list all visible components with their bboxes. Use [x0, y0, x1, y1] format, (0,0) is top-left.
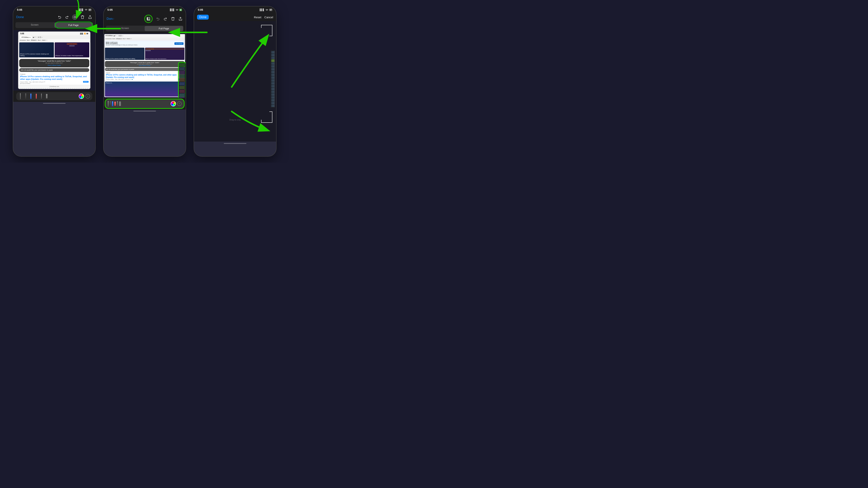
- thumb-1[interactable]: [179, 63, 185, 67]
- preview-footer-1: ⓔ 9to5mac.com: [19, 85, 90, 88]
- pen-tool-2[interactable]: [110, 101, 111, 106]
- permission-2: "Messages" would like to paste from "Saf…: [105, 61, 184, 67]
- drawing-tools-area-2: +: [103, 98, 186, 109]
- tab-screen-1[interactable]: Screen: [16, 22, 54, 28]
- redo-button-1[interactable]: [65, 15, 69, 20]
- vertical-strip-3: [271, 50, 275, 108]
- tab-fullpage-2[interactable]: Full Page: [145, 26, 183, 31]
- home-indicator-2: [133, 111, 156, 111]
- preview-status-1: 5:05 ▌▌▌ 📶 C: [19, 32, 90, 35]
- status-bar-3: 5:05 ▌▌▌ 57: [194, 6, 276, 13]
- undo-button-1[interactable]: [57, 15, 62, 20]
- eraser-tool-2[interactable]: [114, 102, 116, 106]
- video-grid-2: iPhone 14 Pro camera module shaking and …: [104, 47, 185, 60]
- tab-bar-1: Screen Full Page: [16, 22, 93, 28]
- tab-bar-2: Screen Full Page: [106, 26, 183, 31]
- ios16-banner-1: iOS 16 would like your permission to pas…: [19, 68, 89, 72]
- cancel-button-3[interactable]: Cancel: [264, 15, 273, 19]
- article-grid-1: iPhone 14 Pro camera module shaking and …: [19, 42, 90, 58]
- pencil2-tool-2[interactable]: [117, 101, 118, 106]
- tab-screen-2[interactable]: Screen: [106, 26, 144, 31]
- wifi-icon-3: [266, 9, 268, 11]
- home-indicator-1: [43, 103, 66, 104]
- thumb-6[interactable]: [179, 82, 185, 86]
- phone-frame-2: 5:05 ▌▌▌ ■ Done: [103, 6, 186, 157]
- status-bar-1: 5:05 ▌▌▌ 57: [13, 6, 95, 13]
- pencil-tool-1[interactable]: [19, 93, 22, 99]
- ruler-tool-2[interactable]: [119, 101, 121, 106]
- drawing-tools-area-1: +: [13, 91, 95, 102]
- redo-button-2[interactable]: [163, 17, 168, 21]
- color-wheel-2[interactable]: [170, 101, 176, 106]
- marker-tool-2[interactable]: [112, 101, 113, 106]
- time-2: 5:05: [107, 8, 113, 11]
- ruler-tool-1[interactable]: [45, 93, 49, 99]
- pencil2-tool-1[interactable]: [39, 93, 43, 99]
- content-area-2: 9TO5Mac ▶ f ⋮ $ ⓔ ○ ExclusivesStore iPho…: [103, 33, 186, 98]
- drawing-tools-1: +: [16, 92, 92, 100]
- thumb-9[interactable]: [179, 93, 185, 97]
- pencil-tool-2[interactable]: [108, 101, 109, 106]
- toolbar-3: Done Reset Cancel: [194, 13, 276, 21]
- status-bar-2: 5:05 ▌▌▌ ■: [103, 6, 186, 13]
- ad-banner-2: Better credit score. Better possibilitie…: [105, 41, 184, 46]
- thumb-3[interactable]: [179, 71, 185, 74]
- thumb-10[interactable]: [179, 97, 185, 98]
- add-tool-1[interactable]: +: [86, 94, 90, 98]
- undo-button-2[interactable]: [156, 17, 160, 21]
- eraser-tool-1[interactable]: [34, 93, 38, 99]
- time-1: 5:05: [17, 8, 22, 11]
- preview-nav-1: 9TO5Mac ▾ ▶ f ⋮ $ ⓔ ○: [19, 35, 90, 39]
- trash-button-2[interactable]: [170, 17, 175, 21]
- time-3: 5:05: [198, 8, 203, 11]
- svg-point-1: [74, 17, 75, 18]
- toolbar-1: Done: [13, 13, 95, 21]
- crop-hint: Drag to crop: [229, 119, 241, 121]
- signal-icon-2: ▌▌▌: [170, 8, 175, 11]
- preview-nav-items: Exclusives Store iPhone ▾ Mac ▾ Watch >: [19, 39, 90, 42]
- thumb-5[interactable]: [179, 78, 185, 82]
- done-button-2[interactable]: Done: [106, 17, 114, 21]
- phone-2: 5:05 ▌▌▌ ■ Done: [103, 6, 186, 157]
- crop-handle-top: [261, 25, 272, 28]
- crop-button-2[interactable]: [144, 15, 153, 23]
- marker-tool-1[interactable]: [29, 93, 33, 99]
- crop-area-3: Drag to crop: [194, 21, 276, 141]
- thumb-8[interactable]: [179, 90, 185, 93]
- done-button-3[interactable]: Done: [197, 15, 209, 20]
- webpage-content-2: 9TO5Mac ▶ f ⋮ $ ⓔ ○ ExclusivesStore iPho…: [104, 34, 185, 97]
- target-button-1[interactable]: [72, 15, 77, 20]
- thumb-4[interactable]: [179, 74, 185, 78]
- phone-1: 5:05 ▌▌▌ 57 Done: [13, 6, 96, 157]
- toolbar-2: Done: [103, 13, 186, 25]
- color-wheel-1[interactable]: [79, 94, 84, 99]
- drawing-tools-2: +: [105, 99, 185, 109]
- today-section-2: TODAY iPhone 14 Pro camera shaking and r…: [104, 71, 185, 81]
- tab-fullpage-1[interactable]: Full Page: [54, 23, 93, 28]
- home-indicator-3: [224, 143, 246, 144]
- thumbnail-strip-2: [179, 63, 186, 98]
- thumb-7[interactable]: [179, 86, 185, 89]
- add-tool-2[interactable]: +: [177, 101, 182, 106]
- ios16-2: iOS 16 would like your permission to pas…: [105, 68, 184, 71]
- done-button-1[interactable]: Done: [16, 15, 24, 19]
- share-button-1[interactable]: [88, 15, 92, 20]
- content-area-1: 5:05 ▌▌▌ 📶 C 9TO5Mac ▾ ▶ f ⋮ $ ⓔ ○: [13, 30, 95, 91]
- phone-frame-3: 5:05 ▌▌▌ 57 Done Reset Cancel: [194, 6, 277, 157]
- status-right-3: ▌▌▌ 57: [260, 8, 272, 11]
- reset-button-3[interactable]: Reset: [254, 15, 261, 19]
- more-content-2: iPhone 14...: [105, 82, 184, 97]
- signal-icon-3: ▌▌▌: [260, 8, 265, 11]
- main-article-1: TODAY iPhone 14 Pro camera shaking and r…: [19, 73, 90, 85]
- get-started-btn[interactable]: Get Started: [175, 42, 183, 45]
- crop-icon: [146, 17, 151, 21]
- pen-tool-1[interactable]: [24, 93, 28, 99]
- share-button-2[interactable]: [178, 17, 183, 21]
- status-right-1: ▌▌▌ 57: [79, 8, 92, 11]
- permission-banner-1: "Messages" would like to paste from "Saf…: [19, 59, 89, 67]
- status-right-2: ▌▌▌ ■: [170, 8, 182, 11]
- phone-frame-1: 5:05 ▌▌▌ 57 Done: [13, 6, 96, 157]
- crop-handle-bot: [261, 120, 272, 123]
- trash-button-1[interactable]: [80, 15, 85, 20]
- thumb-2[interactable]: [179, 67, 185, 70]
